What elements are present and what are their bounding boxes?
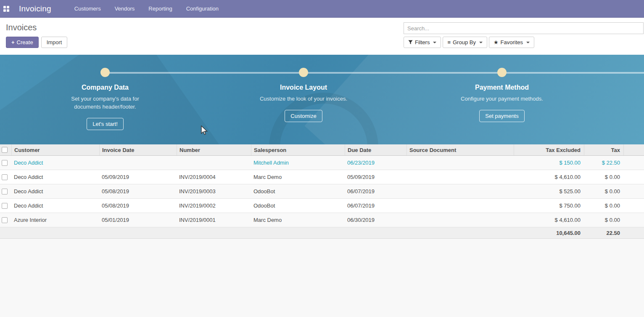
cell-tax-excluded[interactable]: $ 150.00: [514, 160, 584, 166]
nav-item-configuration[interactable]: Configuration: [186, 5, 219, 12]
step-title: Payment Method: [475, 84, 529, 91]
customize-button[interactable]: Customize: [285, 110, 322, 122]
apps-grid-icon[interactable]: [3, 6, 9, 12]
top-navbar: Invoicing Customers Vendors Reporting Co…: [0, 0, 644, 18]
onboarding-step-invoice-layout: Invoice Layout Customize the look of you…: [240, 68, 367, 122]
select-all-checkbox[interactable]: [2, 147, 8, 153]
row-checkbox[interactable]: [2, 174, 8, 180]
cell-customer[interactable]: Deco Addict: [11, 188, 99, 194]
column-header-due-date[interactable]: Due Date: [345, 144, 406, 155]
caret-down-icon: [526, 42, 530, 43]
nav-item-customers[interactable]: Customers: [74, 5, 101, 12]
filter-icon: [408, 40, 413, 45]
cell-tax[interactable]: $ 0.00: [584, 174, 623, 180]
table-row[interactable]: Deco AddictMitchell Admin06/23/2019$ 150…: [0, 156, 644, 170]
create-button[interactable]: + Create: [6, 37, 39, 48]
caret-down-icon: [479, 42, 483, 43]
filters-button[interactable]: Filters: [404, 37, 441, 48]
cell-due-date[interactable]: 06/07/2019: [345, 202, 406, 209]
table-row[interactable]: Deco Addict05/08/2019INV/2019/0002OdooBo…: [0, 199, 644, 213]
column-header-spacer: [623, 144, 644, 155]
onboarding-step-company-data: Company Data Set your company's data for…: [42, 68, 168, 130]
cell-number[interactable]: INV/2019/0004: [177, 174, 251, 180]
table-footer-row: 10,645.00 22.50: [0, 227, 644, 239]
cell-salesperson[interactable]: OdooBot: [251, 188, 345, 194]
cell-tax[interactable]: $ 0.00: [584, 202, 623, 209]
column-header-tax[interactable]: Tax: [584, 144, 623, 155]
cell-tax[interactable]: $ 0.00: [584, 217, 623, 223]
control-panel: Invoices + Create Import Filters ≡ Group…: [0, 18, 644, 55]
cell-salesperson[interactable]: Marc Demo: [251, 217, 345, 223]
step-description: Configure your payment methods.: [457, 95, 547, 103]
row-checkbox[interactable]: [2, 189, 8, 194]
favorites-button-label: Favorites: [501, 39, 523, 45]
cell-salesperson[interactable]: OdooBot: [251, 202, 345, 209]
cell-tax-excluded[interactable]: $ 750.00: [514, 202, 584, 209]
step-dot-icon: [100, 68, 110, 77]
cell-salesperson[interactable]: Marc Demo: [251, 174, 345, 180]
step-description: Customize the look of your invoices.: [259, 95, 349, 103]
plus-icon: +: [11, 39, 15, 45]
star-icon: ★: [494, 40, 499, 45]
cell-customer[interactable]: Deco Addict: [11, 160, 99, 166]
cell-salesperson[interactable]: Mitchell Admin: [251, 160, 345, 166]
onboarding-step-payment-method: Payment Method Configure your payment me…: [439, 68, 565, 122]
group-by-button[interactable]: ≡ Group By: [443, 37, 487, 48]
cell-number[interactable]: INV/2019/0002: [177, 202, 251, 209]
set-payments-button[interactable]: Set payments: [479, 110, 525, 122]
list-empty-area: [0, 239, 644, 317]
create-button-label: Create: [17, 39, 33, 45]
cell-invoice-date[interactable]: 05/08/2019: [99, 202, 177, 209]
column-header-salesperson[interactable]: Salesperson: [251, 144, 345, 155]
nav-item-reporting[interactable]: Reporting: [148, 5, 172, 12]
cell-due-date[interactable]: 06/30/2019: [345, 217, 406, 223]
cell-customer[interactable]: Deco Addict: [11, 202, 99, 209]
step-description: Set your company's data for documents he…: [60, 95, 150, 111]
cell-invoice-date[interactable]: 05/09/2019: [99, 174, 177, 180]
search-input[interactable]: [404, 22, 644, 34]
cell-tax[interactable]: $ 22.50: [584, 160, 623, 166]
cell-tax-excluded[interactable]: $ 4,610.00: [514, 174, 584, 180]
column-header-invoice-date[interactable]: Invoice Date: [99, 144, 177, 155]
row-checkbox-cell: [0, 203, 11, 209]
cell-tax[interactable]: $ 0.00: [584, 188, 623, 194]
cell-tax-excluded[interactable]: $ 4,610.00: [514, 217, 584, 223]
app-title[interactable]: Invoicing: [19, 4, 51, 13]
import-button-label: Import: [47, 39, 62, 45]
invoice-list: Customer Invoice Date Number Salesperson…: [0, 144, 644, 317]
cell-due-date[interactable]: 06/07/2019: [345, 188, 406, 194]
cell-tax-excluded[interactable]: $ 525.00: [514, 188, 584, 194]
cell-due-date[interactable]: 06/23/2019: [345, 160, 406, 166]
column-header-source-document[interactable]: Source Document: [406, 144, 514, 155]
table-row[interactable]: Deco Addict05/09/2019INV/2019/0004Marc D…: [0, 170, 644, 184]
filters-button-label: Filters: [415, 39, 430, 45]
lets-start-button[interactable]: Let's start!: [87, 118, 124, 130]
row-checkbox-cell: [0, 189, 11, 194]
onboarding-banner: Company Data Set your company's data for…: [0, 55, 644, 144]
column-header-customer[interactable]: Customer: [11, 144, 99, 155]
cell-number[interactable]: INV/2019/0001: [177, 217, 251, 223]
row-checkbox[interactable]: [2, 217, 8, 223]
import-button[interactable]: Import: [41, 37, 68, 48]
row-checkbox-cell: [0, 160, 11, 166]
row-checkbox-cell: [0, 217, 11, 223]
total-tax: 22.50: [584, 230, 623, 236]
cell-number[interactable]: INV/2019/0003: [177, 188, 251, 194]
row-checkbox[interactable]: [2, 160, 8, 166]
cell-invoice-date[interactable]: 05/08/2019: [99, 188, 177, 194]
cell-customer[interactable]: Azure Interior: [11, 217, 99, 223]
column-header-number[interactable]: Number: [177, 144, 251, 155]
cell-invoice-date[interactable]: 05/01/2019: [99, 217, 177, 223]
favorites-button[interactable]: ★ Favorites: [489, 37, 534, 48]
nav-menu: Customers Vendors Reporting Configuratio…: [74, 5, 219, 12]
step-dot-icon: [497, 68, 507, 77]
table-body: Deco AddictMitchell Admin06/23/2019$ 150…: [0, 156, 644, 227]
cell-due-date[interactable]: 05/09/2019: [345, 174, 406, 180]
caret-down-icon: [433, 42, 436, 43]
table-row[interactable]: Azure Interior05/01/2019INV/2019/0001Mar…: [0, 213, 644, 227]
cell-customer[interactable]: Deco Addict: [11, 174, 99, 180]
column-header-tax-excluded[interactable]: Tax Excluded: [514, 144, 584, 155]
nav-item-vendors[interactable]: Vendors: [115, 5, 135, 12]
row-checkbox[interactable]: [2, 203, 8, 209]
table-row[interactable]: Deco Addict05/08/2019INV/2019/0003OdooBo…: [0, 184, 644, 199]
